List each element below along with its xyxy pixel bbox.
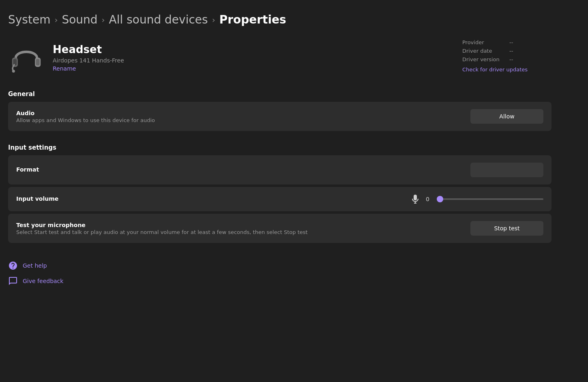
- device-rename-link[interactable]: Rename: [53, 65, 124, 72]
- driver-provider-label: Provider: [462, 39, 503, 45]
- svg-rect-3: [36, 59, 40, 66]
- driver-provider-value: --: [509, 39, 513, 45]
- audio-card-content: Audio Allow apps and Windows to use this…: [16, 110, 155, 123]
- device-subtitle: Airdopes 141 Hands-Free: [53, 57, 124, 64]
- breadcrumb: System › Sound › All sound devices › Pro…: [8, 13, 552, 26]
- audio-card-label: Audio: [16, 110, 155, 116]
- general-section: General Audio Allow apps and Windows to …: [8, 90, 552, 133]
- feedback-icon: [8, 276, 18, 286]
- give-feedback-label: Give feedback: [23, 278, 63, 284]
- bottom-links: Get help Give feedback: [8, 261, 552, 286]
- volume-slider-wrapper[interactable]: [438, 195, 543, 203]
- get-help-label: Get help: [23, 262, 47, 269]
- device-header: Headset Airdopes 141 Hands-Free Rename P…: [8, 39, 552, 76]
- headset-icon: [9, 40, 44, 75]
- input-volume-card: Input volume 0: [8, 187, 552, 211]
- volume-controls: 0: [410, 194, 543, 204]
- test-card-sublabel: Select Start test and talk or play audio…: [16, 229, 308, 235]
- driver-version-label: Driver version: [462, 56, 503, 62]
- breadcrumb-sep-1: ›: [54, 15, 58, 25]
- check-driver-updates-link[interactable]: Check for driver updates: [462, 67, 552, 73]
- breadcrumb-all-sound-devices[interactable]: All sound devices: [109, 13, 208, 26]
- driver-date-row: Driver date --: [462, 48, 552, 54]
- general-section-title: General: [8, 90, 552, 98]
- give-feedback-link[interactable]: Give feedback: [8, 276, 552, 286]
- stop-test-button[interactable]: Stop test: [470, 221, 543, 236]
- input-settings-cards: Format Input volume 0: [8, 155, 552, 245]
- format-card-label: Format: [16, 166, 39, 173]
- input-settings-section-title: Input settings: [8, 144, 552, 151]
- driver-provider-row: Provider --: [462, 39, 552, 45]
- test-card-label: Test your microphone: [16, 222, 308, 228]
- breadcrumb-sep-2: ›: [102, 15, 105, 25]
- format-dropdown[interactable]: [470, 163, 543, 177]
- breadcrumb-properties: Properties: [219, 13, 286, 26]
- help-icon: [8, 261, 18, 270]
- microphone-icon: [410, 194, 420, 204]
- device-info: Headset Airdopes 141 Hands-Free Rename: [53, 43, 124, 72]
- slider-track: [438, 198, 543, 200]
- volume-number: 0: [426, 196, 432, 202]
- input-settings-section: Input settings Format Input volume: [8, 144, 552, 245]
- breadcrumb-system[interactable]: System: [8, 13, 50, 26]
- get-help-link[interactable]: Get help: [8, 261, 552, 270]
- allow-button[interactable]: Allow: [470, 109, 543, 124]
- audio-card-sublabel: Allow apps and Windows to use this devic…: [16, 117, 155, 123]
- driver-version-row: Driver version --: [462, 56, 552, 62]
- slider-thumb[interactable]: [437, 196, 443, 202]
- general-cards: Audio Allow apps and Windows to use this…: [8, 102, 552, 133]
- device-name: Headset: [53, 43, 124, 56]
- driver-date-label: Driver date: [462, 48, 503, 54]
- driver-date-value: --: [509, 48, 513, 54]
- test-microphone-card: Test your microphone Select Start test a…: [8, 214, 552, 243]
- audio-card: Audio Allow apps and Windows to use this…: [8, 102, 552, 131]
- device-driver-info: Provider -- Driver date -- Driver versio…: [462, 39, 552, 73]
- breadcrumb-sound[interactable]: Sound: [62, 13, 97, 26]
- format-card: Format: [8, 155, 552, 185]
- test-card-content: Test your microphone Select Start test a…: [16, 222, 308, 235]
- svg-point-4: [12, 70, 15, 73]
- breadcrumb-sep-3: ›: [212, 15, 215, 25]
- driver-version-value: --: [509, 56, 513, 62]
- input-volume-label: Input volume: [16, 195, 58, 202]
- device-icon-wrapper: [8, 39, 45, 76]
